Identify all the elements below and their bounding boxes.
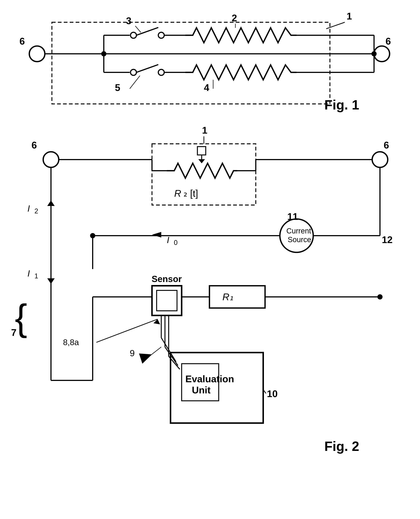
svg-line-6	[135, 26, 141, 32]
fig1-switch-top-left	[130, 32, 136, 38]
fig2-label-6b: 6	[384, 140, 389, 150]
fig2-resistor-r2	[167, 163, 237, 178]
fig2-terminal-right	[372, 152, 388, 167]
fig1-title: Fig. 1	[324, 97, 359, 112]
svg-line-39	[145, 347, 161, 360]
fig1-label-3: 3	[126, 15, 131, 26]
fig2-arrow-i1	[47, 278, 55, 284]
fig2-dashed-box	[152, 144, 256, 205]
fig2-eval-label2: Unit	[192, 385, 210, 395]
svg-line-42	[165, 347, 178, 365]
fig1-resistor-top	[185, 28, 297, 43]
fig2-arrow-9	[139, 354, 152, 364]
fig2-label-1: 1	[202, 125, 207, 136]
fig2-label-10: 10	[267, 388, 278, 399]
fig2-arrow-down	[198, 159, 205, 163]
fig2-arrow-i2	[47, 200, 55, 206]
fig2-label-6a: 6	[31, 140, 37, 150]
fig2-label-12: 12	[382, 234, 393, 245]
fig1-terminal-left	[29, 46, 45, 62]
fig2-label-i2-sub: 2	[34, 207, 38, 215]
fig2-brace: {	[15, 297, 27, 338]
fig2-label-i0: I	[167, 235, 169, 245]
fig2-r1-box	[210, 286, 265, 308]
svg-line-13	[136, 65, 158, 72]
svg-line-14	[130, 76, 140, 89]
fig2-label-7: 7	[11, 327, 16, 338]
fig1-label-6b: 6	[386, 36, 391, 46]
fig2-label-9: 9	[130, 348, 135, 358]
fig2-eval-unit-box	[171, 353, 263, 423]
fig1-switch-bot-left	[130, 70, 136, 75]
fig1-switch-top-right	[158, 32, 164, 38]
svg-line-0	[326, 22, 345, 29]
fig2-label-8: 8,8a	[63, 338, 79, 347]
fig2-cs-label1: Current	[286, 227, 311, 235]
fig2-var-indicator	[197, 147, 206, 155]
fig1-label-4: 4	[204, 82, 209, 93]
fig2-label-i2: I	[27, 203, 30, 213]
fig2-label-r2t-sub: ₂ [t]	[183, 188, 198, 199]
fig1-dashed-box	[52, 22, 330, 104]
svg-line-35	[96, 319, 158, 342]
fig1-switch-bot-right	[158, 70, 164, 75]
fig1-label-2: 2	[232, 13, 237, 23]
fig2-arrow-i0	[152, 232, 161, 238]
fig2-r1-label: R₁	[222, 292, 233, 302]
fig2-sensor-inner	[157, 290, 177, 311]
fig1-label-6a: 6	[19, 36, 25, 46]
fig2-sensor-label: Sensor	[152, 274, 182, 284]
fig1-resistor-bottom	[185, 65, 297, 80]
fig2-label-i1: I	[27, 269, 30, 278]
fig2-cs-label2: Source	[288, 235, 311, 244]
fig2-terminal-left	[43, 152, 59, 167]
fig1-label-5: 5	[115, 82, 120, 93]
fig2-label-r2t: R	[174, 188, 181, 199]
fig2-label-i1-sub: 1	[34, 272, 38, 280]
fig2-junction-r1	[377, 294, 382, 300]
fig2-eval-label1: Evaluation	[185, 373, 234, 384]
main-container: 1 6 6 3 2 5	[0, 0, 420, 519]
fig2-title: Fig. 2	[324, 439, 359, 454]
fig1-label-1: 1	[347, 11, 352, 22]
fig2-label-i0-sub: 0	[174, 239, 178, 246]
